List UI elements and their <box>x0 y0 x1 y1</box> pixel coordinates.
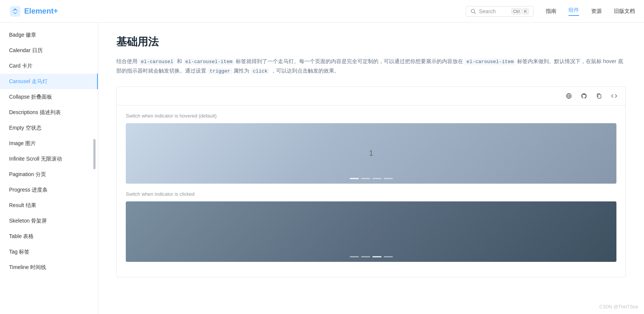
code-icon <box>611 93 617 99</box>
carousel1-indicator-3[interactable] <box>372 178 381 179</box>
sidebar-scroll-indicator <box>93 139 96 169</box>
header-nav: Search Ctrl K 指南 组件 资源 旧版文档 <box>466 6 635 17</box>
sidebar-item-table[interactable]: Table 表格 <box>0 229 98 244</box>
sidebar-item-infinite-scroll[interactable]: Infinite Scroll 无限滚动 <box>0 151 98 167</box>
search-label: Search <box>479 8 496 14</box>
main-content: 基础用法 结合使用 el-carousel 和 el-carousel-item… <box>98 23 644 314</box>
carousel1-indicator-4[interactable] <box>384 178 393 179</box>
code-el-carousel: el-carousel <box>139 59 175 65</box>
github-button[interactable] <box>579 91 589 101</box>
carousel2-slide: 4 <box>126 201 616 262</box>
carousel2-indicator-4[interactable] <box>384 256 393 257</box>
sidebar-item-progress[interactable]: Progress 进度条 <box>0 182 98 198</box>
code-button[interactable] <box>609 91 619 101</box>
carousel1-indicator-1[interactable] <box>350 178 359 179</box>
github-icon <box>581 93 587 99</box>
sidebar-item-empty[interactable]: Empty 空状态 <box>0 120 98 136</box>
carousel1-label: Switch when indicator is hovered (defaul… <box>126 113 616 119</box>
nav-resources[interactable]: 资源 <box>591 8 602 15</box>
svg-line-2 <box>474 12 476 14</box>
demo-toolbar <box>117 87 625 105</box>
globe-button[interactable] <box>564 91 574 101</box>
code-el-carousel-item: el-carousel-item <box>184 59 235 65</box>
carousel1-indicator-2[interactable] <box>361 178 370 179</box>
copy-button[interactable] <box>594 91 604 101</box>
sidebar-item-card[interactable]: Card 卡片 <box>0 58 98 74</box>
carousel2-label: Switch when indicator is clicked <box>126 191 616 197</box>
search-keyboard-hint: Ctrl K <box>511 8 529 14</box>
nav-guide[interactable]: 指南 <box>546 8 556 15</box>
svg-rect-0 <box>10 6 20 17</box>
demo-box: Switch when indicator is hovered (defaul… <box>116 87 626 277</box>
carousel1-indicators <box>350 175 393 181</box>
carousel2-slide-number: 4 <box>369 227 373 236</box>
copy-icon <box>596 93 602 99</box>
code-click: click <box>251 68 269 74</box>
logo-text: Element+ <box>24 7 58 15</box>
code-trigger: trigger <box>208 68 232 74</box>
k-kbd: K <box>522 8 529 14</box>
sidebar-item-carousel[interactable]: Carousel 走马灯 <box>0 74 98 89</box>
sidebar-item-image[interactable]: Image 图片 <box>0 136 98 151</box>
carousel2-indicator-1[interactable] <box>350 256 359 257</box>
footer-watermark: CSDN @TheITSea <box>599 304 638 309</box>
carousel2: 4 <box>126 201 616 262</box>
carousel2-indicator-3[interactable] <box>372 256 381 257</box>
sidebar-item-result[interactable]: Result 结果 <box>0 198 98 213</box>
carousel1: 1 <box>126 123 616 184</box>
logo-icon <box>9 5 21 17</box>
sidebar-item-calendar[interactable]: Calendar 日历 <box>0 43 98 58</box>
nav-components[interactable]: 组件 <box>568 7 579 16</box>
globe-icon <box>566 93 572 99</box>
logo-area[interactable]: Element+ <box>9 5 58 17</box>
sidebar-item-badge[interactable]: Badge 徽章 <box>0 27 98 43</box>
carousel2-indicators <box>350 253 393 259</box>
sidebar-item-descriptions[interactable]: Descriptions 描述列表 <box>0 105 98 120</box>
sidebar: Badge 徽章 Calendar 日历 Card 卡片 Carousel 走马… <box>0 23 98 314</box>
sidebar-item-skeleton[interactable]: Skeleton 骨架屏 <box>0 213 98 229</box>
ctrl-kbd: Ctrl <box>511 8 522 14</box>
code-el-carousel-item2: el-carousel-item <box>465 59 516 65</box>
page-title: 基础用法 <box>116 35 626 49</box>
search-icon <box>471 9 476 14</box>
sidebar-item-timeline[interactable]: Timeline 时间线 <box>0 260 98 275</box>
sidebar-item-collapse[interactable]: Collapse 折叠面板 <box>0 89 98 105</box>
layout: Badge 徽章 Calendar 日历 Card 卡片 Carousel 走马… <box>0 23 644 314</box>
nav-legacy[interactable]: 旧版文档 <box>614 8 635 15</box>
sidebar-item-tag[interactable]: Tag 标签 <box>0 244 98 260</box>
search-bar[interactable]: Search Ctrl K <box>466 6 534 17</box>
carousel1-slide: 1 <box>126 123 616 184</box>
carousel2-indicator-2[interactable] <box>361 256 370 257</box>
page-description: 结合使用 el-carousel 和 el-carousel-item 标签就得… <box>116 57 626 76</box>
header: Element+ Search Ctrl K 指南 组件 资源 旧版文档 <box>0 0 644 23</box>
demo-content: Switch when indicator is hovered (defaul… <box>117 105 625 277</box>
svg-rect-6 <box>598 94 601 98</box>
sidebar-item-pagination[interactable]: Pagination 分页 <box>0 167 98 182</box>
carousel1-slide-number: 1 <box>369 149 373 158</box>
